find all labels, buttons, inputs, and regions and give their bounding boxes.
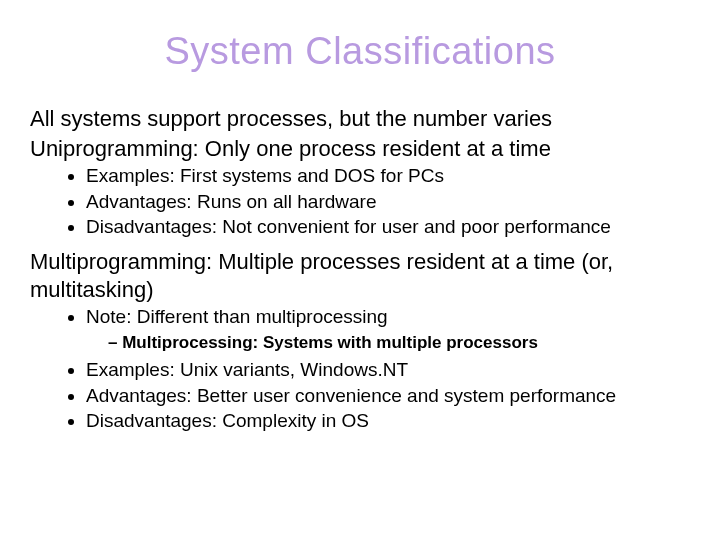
uniprogramming-list: Examples: First systems and DOS for PCs … xyxy=(30,164,690,240)
note-sublist: Multiprocessing: Systems with multiple p… xyxy=(86,332,690,354)
list-item: Examples: Unix variants, Windows.NT xyxy=(86,358,690,383)
intro-text: All systems support processes, but the n… xyxy=(30,105,690,133)
multiprogramming-list: Note: Different than multiprocessing Mul… xyxy=(30,305,690,434)
sub-list-item: Multiprocessing: Systems with multiple p… xyxy=(108,332,690,354)
list-item: Advantages: Runs on all hardware xyxy=(86,190,690,215)
list-item: Examples: First systems and DOS for PCs xyxy=(86,164,690,189)
list-item: Disadvantages: Not convenient for user a… xyxy=(86,215,690,240)
list-item: Advantages: Better user convenience and … xyxy=(86,384,690,409)
list-item: Disadvantages: Complexity in OS xyxy=(86,409,690,434)
list-item: Note: Different than multiprocessing Mul… xyxy=(86,305,690,354)
multiprogramming-heading: Multiprogramming: Multiple processes res… xyxy=(30,248,690,303)
uniprogramming-heading: Uniprogramming: Only one process residen… xyxy=(30,135,690,163)
note-text: Note: Different than multiprocessing xyxy=(86,306,388,327)
slide-title: System Classifications xyxy=(30,30,690,73)
slide: System Classifications All systems suppo… xyxy=(0,0,720,540)
